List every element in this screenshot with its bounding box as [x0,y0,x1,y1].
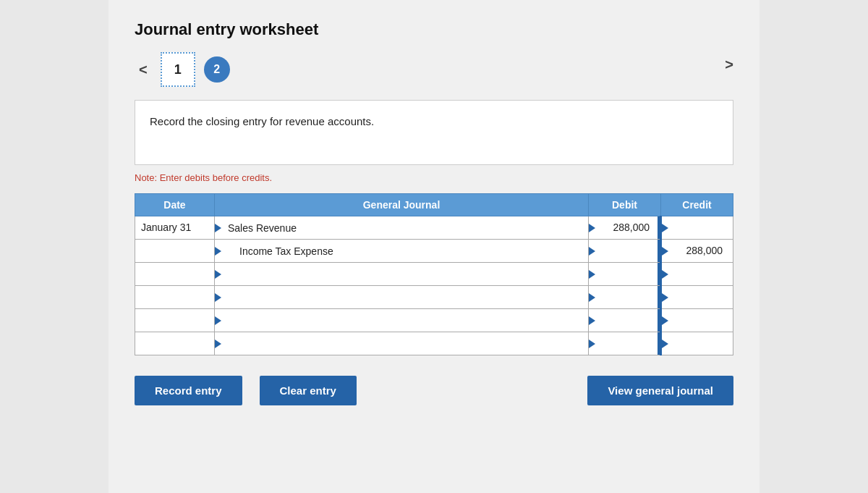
cell-credit-2[interactable] [661,263,733,286]
col-header-journal: General Journal [215,194,589,216]
step1-box[interactable]: 1 [161,52,195,87]
nav-row: < 1 2 [135,52,733,87]
cell-credit-5[interactable] [661,332,733,355]
cell-journal-2[interactable] [215,263,589,286]
clear-entry-button[interactable]: Clear entry [260,376,357,405]
debit-arrow-2 [589,270,595,279]
instruction-text: Record the closing entry for revenue acc… [150,115,374,127]
table-row [135,286,733,309]
debit-arrow-3 [589,293,595,302]
cell-date-3[interactable] [135,286,215,309]
journal-text-0: Sales Revenue [228,222,297,234]
credit-arrow-1 [662,247,668,256]
cell-date-2[interactable] [135,263,215,286]
cell-journal-4[interactable] [215,309,589,332]
table-row [135,263,733,286]
cell-debit-0[interactable]: 288,000 [589,216,661,240]
row-arrow-0 [215,224,221,232]
credit-arrow-2 [662,270,668,279]
journal-text-1: Income Tax Expense [228,245,333,257]
button-row: Record entry Clear entry View general jo… [135,376,733,405]
cell-date-1[interactable] [135,240,215,263]
col-header-debit: Debit [589,194,661,216]
page-wrapper: Journal entry worksheet < 1 2 > Record t… [109,0,760,493]
row-arrow-2 [215,270,221,279]
col-header-date: Date [135,194,215,216]
cell-credit-4[interactable] [661,309,733,332]
cell-journal-5[interactable] [215,332,589,355]
cell-debit-4[interactable] [589,309,661,332]
credit-value-1: 288,000 [672,245,727,256]
record-entry-button[interactable]: Record entry [135,376,242,405]
cell-date-0[interactable]: January 31 [135,216,215,240]
row-arrow-4 [215,316,221,325]
credit-arrow-5 [662,340,668,348]
cell-credit-3[interactable] [661,286,733,309]
page-title: Journal entry worksheet [135,20,733,39]
cell-credit-1[interactable]: 288,000 [661,240,733,263]
note-text: Note: Enter debits before credits. [135,172,733,183]
cell-journal-1[interactable]: Income Tax Expense [215,240,589,263]
row-arrow-5 [215,340,221,348]
table-row [135,332,733,355]
step2-circle[interactable]: 2 [204,56,230,83]
credit-arrow-3 [662,293,668,302]
col-header-credit: Credit [661,194,733,216]
table-row: January 31Sales Revenue288,000 [135,216,733,240]
credit-arrow-4 [662,316,668,325]
journal-table: Date General Journal Debit Credit Januar… [135,193,733,355]
step1-label: 1 [174,62,182,77]
debit-arrow-5 [589,340,595,348]
cell-journal-3[interactable] [215,286,589,309]
cell-date-5[interactable] [135,332,215,355]
table-row: Income Tax Expense288,000 [135,240,733,263]
nav-right-arrow[interactable]: > [725,56,733,73]
row-arrow-1 [215,247,221,256]
cell-journal-0[interactable]: Sales Revenue [215,216,589,240]
cell-debit-2[interactable] [589,263,661,286]
cell-debit-1[interactable] [589,240,661,263]
cell-debit-3[interactable] [589,286,661,309]
view-general-journal-button[interactable]: View general journal [587,376,733,405]
instruction-box: Record the closing entry for revenue acc… [135,100,733,165]
debit-arrow-0 [589,224,595,232]
step2-label: 2 [213,63,220,76]
debit-value-0: 288,000 [599,222,654,233]
row-arrow-3 [215,293,221,302]
table-row [135,309,733,332]
cell-date-4[interactable] [135,309,215,332]
debit-arrow-1 [589,247,595,256]
credit-arrow-0 [662,224,668,232]
nav-left-arrow[interactable]: < [135,60,152,80]
cell-credit-0[interactable] [661,216,733,240]
debit-arrow-4 [589,316,595,325]
cell-debit-5[interactable] [589,332,661,355]
